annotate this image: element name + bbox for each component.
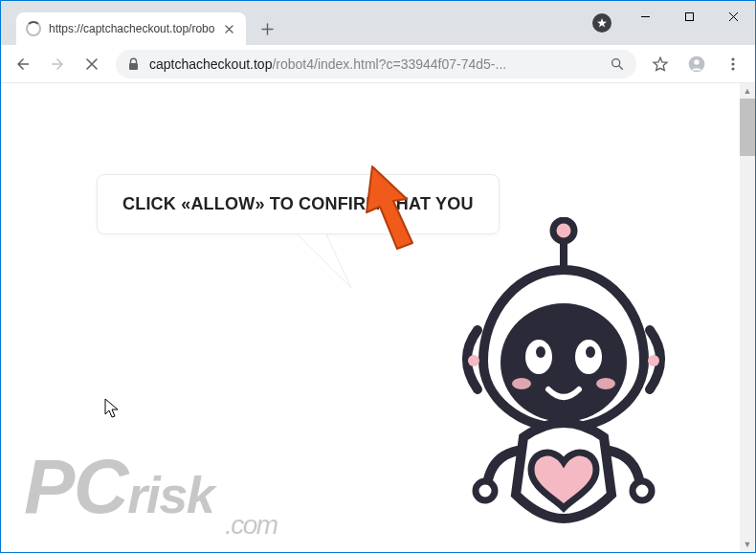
profile-avatar-button[interactable] [680, 50, 713, 78]
window-minimize-button[interactable] [623, 1, 667, 32]
tabs-inner: https://captchacheckout.top/robo [9, 1, 280, 45]
window-controls [581, 1, 755, 45]
bubble-message: CLICK «ALLOW» TO CONFIRM THAT YOU [122, 194, 474, 214]
url-host: captchacheckout.top [149, 56, 272, 72]
svg-point-6 [731, 62, 734, 65]
svg-point-9 [553, 220, 574, 241]
toolbar-right [644, 50, 749, 78]
url-text: captchacheckout.top/robot4/index.html?c=… [149, 56, 602, 72]
title-bar: https://captchacheckout.top/robo [1, 1, 755, 45]
svg-point-17 [468, 355, 479, 366]
bookmark-star-button[interactable] [644, 50, 677, 78]
svg-point-14 [586, 346, 595, 358]
new-tab-button[interactable] [254, 15, 280, 42]
loading-spinner-icon [26, 21, 41, 36]
url-path: /robot4/index.html?c=33944f07-74d5-... [272, 56, 506, 72]
stop-reload-button[interactable] [76, 50, 108, 78]
toolbar: captchacheckout.top/robot4/index.html?c=… [1, 45, 755, 83]
mouse-cursor-icon [104, 398, 120, 419]
browser-tab[interactable]: https://captchacheckout.top/robo [16, 12, 246, 45]
svg-point-19 [476, 481, 495, 500]
scroll-up-arrow-icon[interactable]: ▲ [740, 83, 755, 99]
search-in-page-icon[interactable] [610, 56, 625, 72]
svg-point-18 [648, 355, 659, 366]
window-close-button[interactable] [711, 1, 755, 32]
scroll-thumb[interactable] [740, 99, 755, 156]
svg-point-20 [633, 481, 652, 500]
forward-button[interactable] [41, 50, 74, 78]
svg-rect-1 [129, 63, 138, 70]
browser-window: https://captchacheckout.top/robo [0, 0, 756, 553]
svg-point-2 [612, 58, 620, 66]
scroll-down-arrow-icon[interactable]: ▼ [740, 537, 755, 552]
svg-point-15 [512, 378, 531, 389]
svg-point-16 [596, 378, 615, 389]
tab-close-button[interactable] [221, 21, 236, 36]
lock-icon [127, 57, 140, 71]
svg-point-5 [731, 57, 734, 60]
window-maximize-button[interactable] [667, 1, 711, 32]
page-content: CLICK «ALLOW» TO CONFIRM THAT YOU [1, 83, 755, 552]
vertical-scrollbar[interactable]: ▲ ▼ [740, 83, 755, 552]
robot-mascot-image [430, 217, 698, 542]
tabs-area: https://captchacheckout.top/robo [1, 1, 280, 45]
tab-strip-spacer [280, 1, 581, 45]
watermark-brand: PCrisk [24, 466, 213, 523]
svg-point-13 [536, 346, 545, 358]
address-bar[interactable]: captchacheckout.top/robot4/index.html?c=… [116, 50, 636, 78]
back-button[interactable] [7, 50, 39, 78]
svg-point-10 [500, 303, 627, 422]
svg-point-4 [694, 59, 699, 64]
watermark: PCrisk .com [24, 454, 278, 537]
svg-point-7 [731, 67, 734, 70]
svg-rect-0 [685, 12, 693, 20]
menu-button[interactable] [717, 50, 749, 78]
tab-title: https://captchacheckout.top/robo [49, 22, 215, 35]
watermark-domain: .com [225, 514, 278, 537]
incognito-toggle-icon[interactable] [592, 13, 611, 33]
